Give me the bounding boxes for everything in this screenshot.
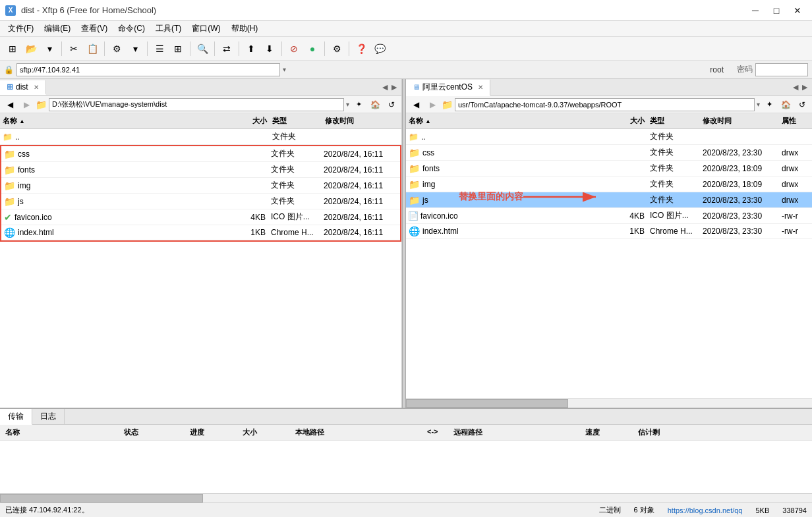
left-path-input[interactable] [49,98,344,111]
toolbar-copy[interactable]: 📋 [84,40,101,57]
toolbar-green[interactable]: ● [304,40,321,57]
toolbar-sync[interactable]: ⇄ [218,40,235,57]
right-hscroll[interactable] [406,398,812,408]
menu-edit[interactable]: 编辑(E) [39,22,76,36]
right-nav-btn1[interactable]: ✦ [762,98,776,111]
right-arrow-right[interactable]: ▶ [800,82,809,92]
right-row-css[interactable]: 📁 css 文件夹 2020/8/23, 23:30 drwx [406,145,812,161]
right-row-parent[interactable]: 📁 .. 文件夹 [406,129,812,145]
right-tab-icon: 🖥 [413,83,420,91]
right-js-size [611,199,647,202]
minimize-button[interactable]: ─ [746,4,765,17]
right-parent-size [611,136,647,138]
right-forward-btn[interactable]: ▶ [425,98,440,111]
right-path-input[interactable] [455,98,755,111]
left-nav-btn1[interactable]: ✦ [351,98,366,111]
toolbar-download[interactable]: ⬇ [261,40,278,57]
toolbar-upload[interactable]: ⬆ [243,40,260,57]
left-home-btn[interactable]: 🏠 [368,98,382,111]
menu-window[interactable]: 窗口(W) [187,22,225,36]
left-row-js[interactable]: 📁 js 文件夹 2020/8/24, 16:11 [1,194,400,209]
left-col-name: 名称 ▲ [0,115,233,127]
menu-command[interactable]: 命令(C) [113,22,150,36]
right-img-attr: drwx [779,178,812,190]
right-tab-centos[interactable]: 🖥 阿里云centOS ✕ [406,80,490,96]
transfer-tabs: 传输 日志 [0,409,812,425]
address-input[interactable] [16,63,280,76]
transfer-col-remote: 远程路径 [448,427,580,438]
left-back-btn[interactable]: ◀ [3,98,17,111]
left-refresh-btn[interactable]: ↺ [384,98,399,111]
window-controls: ─ □ ✕ [746,4,807,17]
toolbar-filter[interactable]: 🔍 [194,40,211,57]
left-row-index[interactable]: 🌐 index.html 1KB Chrome H... 2020/8/24, … [1,225,400,240]
toolbar-stop[interactable]: ⊘ [285,40,303,57]
status-link[interactable]: https://blog.csdn.net/qq [668,506,743,514]
toolbar-arrow2[interactable]: ▾ [127,40,144,57]
remote-label: root [710,65,724,74]
left-row-img-name: img [18,181,30,190]
toolbar-help[interactable]: ❓ [353,40,370,57]
left-img-type: 文件夹 [268,178,321,192]
left-path-dropdown[interactable]: ▾ [346,101,349,108]
right-tab-close[interactable]: ✕ [478,84,483,91]
status-extra: 338794 [782,506,807,514]
left-row-parent[interactable]: 📁 .. 文件夹 [0,129,401,145]
right-row-favicon[interactable]: 📄 favicon.ico 4KB ICO 图片... 2020/8/23, 2… [406,208,812,224]
status-mode: 二进制 [599,505,621,515]
left-row-favicon[interactable]: ✔ favicon.ico 4KB ICO 图片... 2020/8/24, 1… [1,209,400,225]
toolbar-comment[interactable]: 💬 [371,40,388,57]
toolbar-view2[interactable]: ⊞ [169,40,187,57]
toolbar-settings[interactable]: ⚙ [108,40,125,57]
left-css-date: 2020/8/24, 16:11 [321,148,400,160]
transfer-tab-transfer[interactable]: 传输 [0,409,32,425]
transfer-col-name: 名称 [0,427,119,438]
right-path-dropdown[interactable]: ▾ [757,101,760,108]
right-folder-css-icon: 📁 [409,148,420,158]
right-row-css-name: css [422,148,434,157]
left-tab-close[interactable]: ✕ [34,84,39,91]
toolbar-cut[interactable]: ✂ [65,40,82,57]
right-row-index[interactable]: 🌐 index.html 1KB Chrome H... 2020/8/23, … [406,224,812,239]
right-arrow-left[interactable]: ◀ [791,82,800,92]
menu-tools[interactable]: 工具(T) [150,22,187,36]
toolbar-view[interactable]: ☰ [151,40,168,57]
right-row-js[interactable]: 📁 js 文件夹 2020/8/23, 23:30 drwx [406,192,812,208]
left-arrow-right[interactable]: ▶ [390,82,399,92]
right-js-attr: drwx [779,194,812,206]
transfer-tab-log[interactable]: 日志 [32,409,65,424]
menu-view[interactable]: 查看(V) [76,22,113,36]
left-arrow-left[interactable]: ◀ [380,82,390,92]
right-home-btn[interactable]: 🏠 [778,98,793,111]
menu-help[interactable]: 帮助(H) [226,22,264,36]
left-folder-icon: 📁 [36,99,47,110]
right-row-fonts[interactable]: 📁 fonts 文件夹 2020/8/23, 18:09 drwx [406,161,812,177]
right-refresh-btn[interactable]: ↺ [795,98,809,111]
right-folder-js-icon: 📁 [409,195,420,205]
address-dropdown[interactable]: ▾ [283,66,286,73]
left-tab-dist[interactable]: ⊞ dist ✕ [0,80,46,95]
left-row-img[interactable]: 📁 img 文件夹 2020/8/24, 16:11 [1,178,400,194]
toolbar-new-session[interactable]: ⊞ [4,40,21,57]
toolbar-open[interactable]: 📂 [22,40,40,57]
right-back-btn[interactable]: ◀ [409,98,423,111]
left-row-fonts[interactable]: 📁 fonts 文件夹 2020/8/24, 16:11 [1,162,400,178]
right-folder-up-icon: 📁 [409,132,419,142]
right-hscroll-thumb[interactable] [406,399,568,408]
menu-file[interactable]: 文件(F) [3,22,39,36]
left-forward-btn[interactable]: ▶ [19,98,34,111]
left-folder-css-icon: 📁 [4,149,15,159]
bottom-hscroll[interactable] [0,493,812,503]
transfer-body [0,441,812,493]
app-icon: X [5,5,16,16]
left-row-index-name: index.html [18,228,54,237]
toolbar-settings2[interactable]: ⚙ [328,40,345,57]
bottom-hscroll-thumb[interactable] [0,494,203,503]
password-input[interactable] [755,63,808,76]
status-objects: 6 对象 [634,505,654,515]
maximize-button[interactable]: □ [767,4,786,17]
left-row-css[interactable]: 📁 css 文件夹 2020/8/24, 16:11 [1,146,400,162]
right-row-img[interactable]: 📁 img 文件夹 2020/8/23, 18:09 drwx [406,177,812,192]
toolbar-arrow[interactable]: ▾ [41,40,58,57]
close-button[interactable]: ✕ [788,4,807,17]
